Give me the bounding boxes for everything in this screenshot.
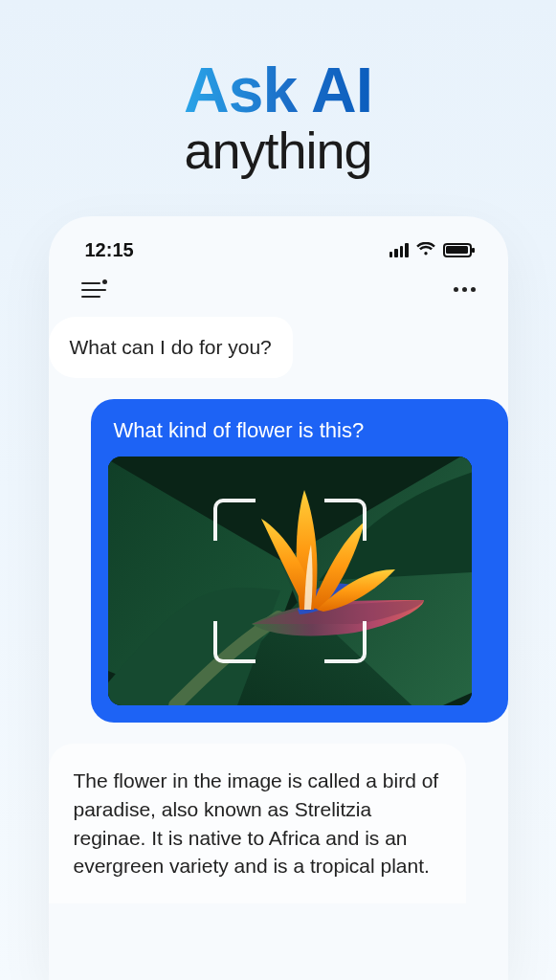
ai-greeting-bubble: What can I do for you? xyxy=(49,317,293,378)
signal-icon xyxy=(389,243,409,257)
ai-answer-bubble: The flower in the image is called a bird… xyxy=(49,744,466,903)
headline-top: Ask AI xyxy=(184,57,372,123)
ai-greeting-text: What can I do for you? xyxy=(70,336,272,358)
menu-icon[interactable] xyxy=(81,280,106,300)
battery-icon xyxy=(443,243,472,257)
headline-bottom: anything xyxy=(184,123,372,178)
headline: Ask AI anything xyxy=(184,57,372,178)
user-message-bubble: What kind of flower is this? xyxy=(91,399,508,723)
status-right xyxy=(389,239,472,261)
status-bar: 12:15 xyxy=(68,234,489,271)
phone-mockup: 12:15 What can I do for you? What kind o… xyxy=(49,216,508,980)
user-question-text: What kind of flower is this? xyxy=(108,414,491,457)
attached-photo xyxy=(108,457,472,705)
app-bar xyxy=(68,271,489,317)
wifi-icon xyxy=(416,239,435,261)
ai-answer-text: The flower in the image is called a bird… xyxy=(74,769,439,877)
chat-area: What can I do for you? What kind of flow… xyxy=(68,317,489,903)
status-time: 12:15 xyxy=(85,239,134,261)
more-icon[interactable] xyxy=(454,287,476,292)
